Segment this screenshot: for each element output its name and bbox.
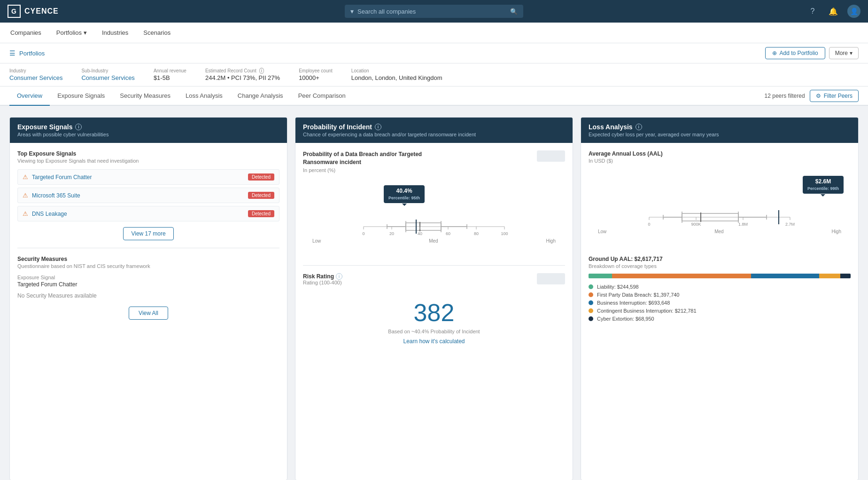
main-content: Exposure Signals i Areas with possible c… [0,106,868,480]
exposure-subtitle: Areas with possible cyber vulnerabilitie… [17,132,279,137]
loss-title: Loss Analysis [589,123,633,131]
coverage-bar [589,274,851,278]
sub-industry-value[interactable]: Consumer Services [81,74,134,81]
tab-change-analysis[interactable]: Change Analysis [230,87,291,106]
legend-item: First Party Data Breach: $1,397,740 [589,292,851,298]
sub-industry-label: Sub-Industry [81,68,134,73]
sub-industry-group: Sub-Industry Consumer Services [81,68,134,81]
nav-icons: ? 🔔 👤 [806,5,860,18]
logo-area: G CYENCE [8,5,64,18]
exposure-info-icon[interactable]: i [75,124,82,130]
signal-left-3: ⚠ DNS Leakage [23,210,67,217]
view-all-button[interactable]: View All [129,307,168,320]
add-to-portfolio-button[interactable]: ⊕ Add to Portfolio [765,47,825,59]
more-button[interactable]: More ▾ [829,47,859,59]
annual-revenue-group: Annual revenue $1-5B [154,68,186,81]
loss-axis-low: Low [598,229,606,234]
search-icon: 🔍 [510,8,518,15]
nav-industries[interactable]: Industries [101,29,129,36]
detected-badge-3: Detected [248,210,274,217]
aal-subtitle: In USD ($) [589,158,663,164]
loss-card-header: Loss Analysis i Expected cyber loss per … [581,118,858,143]
more-dropdown-icon: ▾ [850,50,852,56]
employee-value: 10000+ [299,74,333,81]
exposure-title: Exposure Signals [17,123,72,131]
coverage-bar-segment [819,274,840,278]
app-name: CYENCE [24,7,59,16]
ground-up-title: Ground Up AAL: $2,617,717 [589,256,851,262]
search-bar[interactable]: ▾ 🔍 [345,5,523,18]
no-security-measures: No Security Measures available [17,292,279,299]
filter-peers-button[interactable]: ⚙ Filter Peers [810,90,859,102]
tab-peer-comparison[interactable]: Peer Comparison [291,87,353,106]
signal-name-2: Microsoft 365 Suite [32,192,80,199]
risk-title: Risk Rating i [303,273,342,280]
portfolio-label[interactable]: ☰ Portfolios [9,49,45,57]
coverage-bar-segment [751,274,819,278]
svg-text:100: 100 [501,231,508,236]
tab-exposure-signals[interactable]: Exposure Signals [50,87,112,106]
tab-overview[interactable]: Overview [9,87,50,106]
loss-subtitle: Expected cyber loss per year, averaged o… [589,132,851,137]
probability-card-header: Probability of Incident i Chance of expe… [295,118,573,143]
warning-icon-3: ⚠ [23,210,28,217]
portfolio-bar: ☰ Portfolios ⊕ Add to Portfolio More ▾ [0,43,868,63]
search-dropdown-icon: ▾ [350,8,354,15]
user-avatar[interactable]: 👤 [847,5,860,18]
record-count-value: 244.2M • PCI 73%, PII 27% [205,74,280,81]
legend-label: First Party Data Breach: $1,397,740 [597,292,679,298]
portfolio-icon: ☰ [9,49,16,57]
notifications-icon[interactable]: 🔔 [827,5,840,18]
security-measures-subtitle: Questionnaire based on NIST and CIS secu… [17,263,279,269]
search-input[interactable] [357,8,506,15]
loss-info-icon[interactable]: i [636,124,642,130]
top-signals-title: Top Exposure Signals [17,150,279,157]
legend-dot [589,284,593,289]
svg-text:60: 60 [446,231,450,236]
location-value: London, London, United Kingdom [351,74,442,81]
prob-chart-subtitle: In percent (%) [303,167,434,173]
detected-badge-1: Detected [248,173,274,181]
exposure-signals-card: Exposure Signals i Areas with possible c… [9,117,287,480]
prob-axis-low: Low [312,238,321,244]
prob-tooltip: 40.4% Percentile: 95th [384,185,425,203]
signal-left-2: ⚠ Microsoft 365 Suite [23,192,80,199]
annual-revenue-label: Annual revenue [154,68,186,73]
nav-portfolios[interactable]: Portfolios ▾ [55,29,88,36]
prob-axis-med: Med [429,238,438,244]
view-more-button[interactable]: View 17 more [123,227,173,240]
detected-badge-2: Detected [248,192,274,199]
coverage-legend: Liability: $244,598First Party Data Brea… [589,284,851,322]
svg-text:2.7M: 2.7M [785,222,795,227]
legend-item: Contingent Business Interruption: $212,7… [589,308,851,314]
tab-loss-analysis[interactable]: Loss Analysis [178,87,230,106]
prob-axis-high: High [546,238,556,244]
record-count-info-icon[interactable]: i [259,68,264,74]
signal-row-2[interactable]: ⚠ Microsoft 365 Suite Detected [17,188,279,203]
loss-axis-high: High [831,229,841,234]
industry-group: Industry Consumer Services [9,68,62,81]
risk-info-icon[interactable]: i [336,273,342,280]
coverage-bar-segment [612,274,751,278]
help-icon[interactable]: ? [806,5,819,18]
tabs: Overview Exposure Signals Security Measu… [9,87,353,105]
legend-label: Contingent Business Interruption: $212,7… [597,308,697,314]
employee-label: Employee count [299,68,333,73]
aal-tooltip: $2.6M Percentile: 99th [803,176,844,194]
loss-card-body: Average Annual Loss (AAL) In USD ($) $2.… [581,143,858,329]
probability-info-icon[interactable]: i [375,124,381,130]
learn-how-link[interactable]: Learn how it's calculated [303,338,565,345]
industry-value[interactable]: Consumer Services [9,74,62,81]
legend-label: Business Interruption: $693,648 [597,300,670,306]
svg-text:80: 80 [474,231,479,236]
portfolio-actions: ⊕ Add to Portfolio More ▾ [765,47,859,59]
signal-left-1: ⚠ Targeted Forum Chatter [23,173,92,181]
nav-scenarios[interactable]: Scenarios [142,29,171,36]
probability-subtitle: Chance of experiencing a data breach and… [303,132,565,137]
record-count-label: Estimated Record Count i [205,68,280,73]
nav-companies[interactable]: Companies [9,29,42,36]
tab-security-measures[interactable]: Security Measures [112,87,178,106]
signal-row-3[interactable]: ⚠ DNS Leakage Detected [17,206,279,221]
signal-row-1[interactable]: ⚠ Targeted Forum Chatter Detected [17,169,279,185]
add-icon: ⊕ [772,50,777,56]
